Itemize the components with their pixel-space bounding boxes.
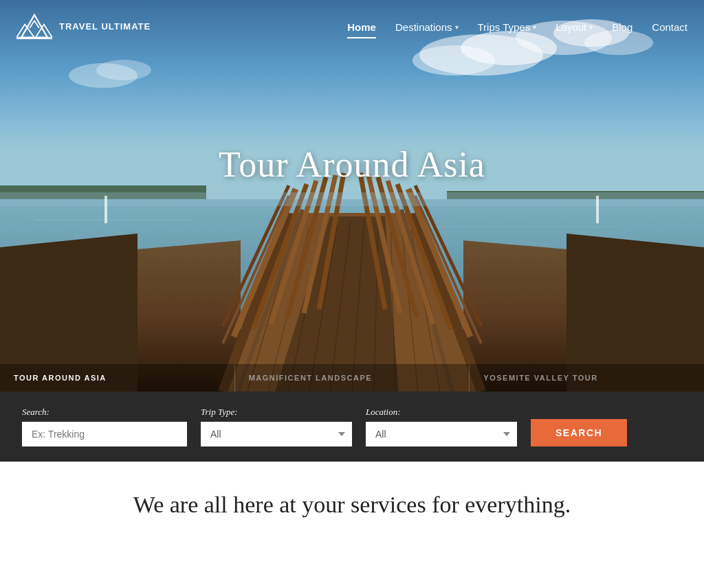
brand-name: TRAVEL ULTIMATE (59, 21, 151, 32)
search-label: Search: (22, 407, 187, 418)
slide-indicator-3[interactable]: Yosemite Valley Tour (470, 364, 704, 392)
nav-link-home[interactable]: Home (347, 21, 376, 33)
search-button[interactable]: SEARCH (531, 419, 627, 446)
hero-slide-indicators: Tour Around Asia Magnificent Landscape Y… (0, 364, 704, 392)
chevron-down-icon-2: ▾ (533, 23, 536, 31)
search-group-trip-type: Trip Type: All (201, 407, 352, 446)
location-label: Location: (366, 407, 517, 418)
navbar: TRAVEL ULTIMATE Home Destinations ▾ Trip… (0, 0, 704, 54)
nav-item-blog[interactable]: Blog (612, 21, 632, 33)
chevron-down-icon: ▾ (455, 23, 459, 31)
search-group-location: Location: All (366, 407, 517, 446)
nav-item-contact[interactable]: Contact (652, 21, 688, 33)
tagline-text: We are all here at your services for eve… (16, 492, 688, 518)
chevron-down-icon-3: ▾ (589, 23, 593, 31)
mountain-logo-icon (16, 12, 52, 41)
search-bar: Search: Trip Type: All Location: All SEA… (0, 392, 704, 462)
nav-item-home[interactable]: Home (347, 21, 376, 33)
search-input[interactable] (22, 422, 187, 446)
svg-marker-57 (21, 15, 47, 38)
location-select[interactable]: All (366, 422, 517, 446)
tagline-section: We are all here at your services for eve… (0, 462, 704, 539)
hero-section: TRAVEL ULTIMATE Home Destinations ▾ Trip… (0, 0, 704, 392)
nav-link-trips[interactable]: Trips Types ▾ (478, 21, 537, 33)
nav-item-destinations[interactable]: Destinations ▾ (395, 21, 459, 33)
trip-type-label: Trip Type: (201, 407, 352, 418)
nav-link-layout[interactable]: Layout ▾ (556, 21, 593, 33)
nav-menu: Home Destinations ▾ Trips Types ▾ Layout… (347, 21, 688, 33)
nav-link-blog[interactable]: Blog (612, 21, 632, 33)
brand-logo-link[interactable]: TRAVEL ULTIMATE (16, 12, 151, 41)
slide-indicator-2[interactable]: Magnificent Landscape (235, 364, 470, 392)
hero-pier-illustration (0, 0, 704, 392)
nav-item-trips[interactable]: Trips Types ▾ (478, 21, 537, 33)
svg-rect-56 (596, 196, 599, 223)
svg-rect-55 (104, 196, 107, 223)
nav-item-layout[interactable]: Layout ▾ (556, 21, 593, 33)
slide-indicator-1[interactable]: Tour Around Asia (0, 364, 235, 392)
search-group-keyword: Search: (22, 407, 187, 446)
nav-link-contact[interactable]: Contact (652, 21, 688, 33)
trip-type-select[interactable]: All (201, 422, 352, 446)
svg-point-8 (96, 60, 151, 80)
hero-title: Tour Around Asia (219, 144, 485, 185)
nav-link-destinations[interactable]: Destinations ▾ (395, 21, 459, 33)
